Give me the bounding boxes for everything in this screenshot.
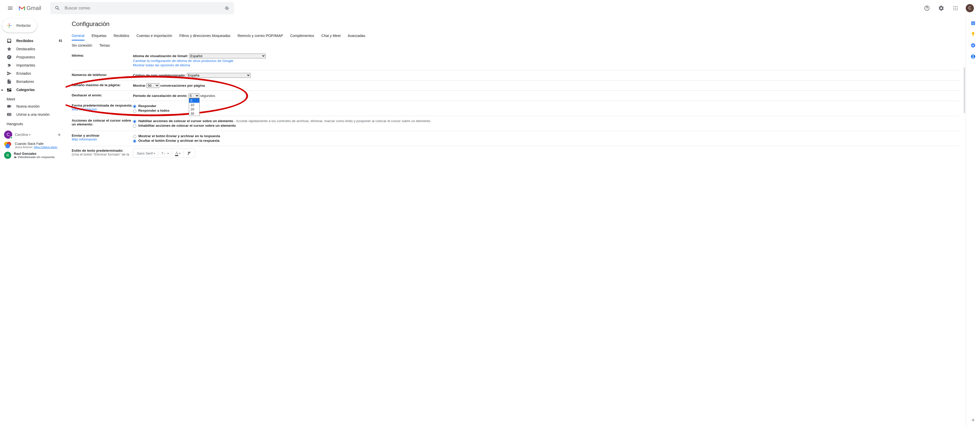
archive-option-show[interactable]: Mostrar el botón Enviar y archivar en la… — [133, 134, 959, 138]
page-size-select[interactable]: 50 — [146, 83, 159, 88]
hangouts-self-name: Carolina — [15, 133, 28, 137]
country-code-select[interactable]: España — [187, 73, 251, 78]
contacts-icon[interactable] — [970, 54, 976, 59]
hover-radio-disable[interactable] — [133, 124, 136, 128]
display-language-select[interactable]: Español — [189, 54, 266, 59]
draft-icon — [6, 79, 12, 84]
clear-format-button[interactable] — [185, 150, 193, 157]
tab[interactable]: Reenvío y correo POP/IMAP — [238, 32, 283, 41]
row-language-label: Idioma: — [72, 54, 133, 68]
subtab[interactable]: Sin conexión — [72, 43, 92, 48]
plus-multicolor-icon — [6, 22, 12, 29]
hangouts-section-header: Hangouts — [0, 119, 65, 127]
svg-point-25 — [972, 55, 974, 57]
nav-item-important[interactable]: Importantes — [0, 61, 65, 69]
tab[interactable]: General — [72, 32, 84, 41]
nav-item-inbox[interactable]: Recibidos61 — [0, 37, 65, 45]
presence-dot-icon — [10, 136, 13, 139]
svg-point-0 — [226, 6, 227, 8]
dropdown-option[interactable]: 30 — [189, 111, 199, 116]
reply-option-reply[interactable]: Responder — [133, 104, 959, 108]
chat-avatar-stack — [4, 142, 12, 147]
svg-point-6 — [957, 6, 958, 7]
hangouts-new-chat-button[interactable]: ＋ — [55, 130, 63, 139]
tab[interactable]: Recibidos — [114, 32, 129, 41]
nav-count: 61 — [59, 39, 62, 43]
row-undo-send-label: Deshacer el envío: — [72, 93, 133, 98]
svg-point-1 — [227, 9, 228, 10]
search-options-icon[interactable] — [222, 3, 232, 13]
undo-period-select[interactable]: 5 — [189, 93, 199, 98]
gmail-logo[interactable]: Gmail — [18, 5, 41, 11]
default-reply-more-link[interactable]: Más información — [72, 107, 97, 111]
compose-label: Redactar — [16, 24, 31, 27]
nav-item-send[interactable]: Enviados — [0, 69, 65, 78]
svg-point-4 — [953, 6, 954, 7]
svg-rect-13 — [9, 23, 10, 25]
font-size-button[interactable]: TT ▾ — [159, 150, 171, 156]
archive-radio-hide[interactable] — [133, 139, 136, 143]
search-input[interactable] — [62, 6, 222, 11]
row-phone: Números de teléfono: Código de país pred… — [72, 70, 959, 80]
nav-item-star[interactable]: Destacados — [0, 45, 65, 53]
calendar-icon[interactable]: 31 — [970, 21, 976, 25]
page-size-suffix: conversaciones por página — [160, 84, 205, 87]
nav-item-draft[interactable]: Borradores — [0, 78, 65, 86]
keep-icon[interactable] — [970, 32, 976, 37]
tab[interactable]: Etiquetas — [92, 32, 107, 41]
reply-option-reply-all[interactable]: Responder a todos — [133, 109, 959, 113]
row-send-archive: Enviar y archivar Más información Mostra… — [72, 131, 959, 146]
font-family-button[interactable]: Sans Serif ▾ — [135, 150, 157, 156]
nav-item-categories[interactable]: ▸Categorías — [0, 86, 65, 94]
search-icon[interactable] — [52, 3, 62, 13]
dropdown-option[interactable]: 10 — [189, 103, 199, 107]
hover-option-enable[interactable]: Habilitar acciones de colocar el cursor … — [133, 119, 959, 123]
settings-gear-icon[interactable] — [935, 2, 947, 14]
chat-title: Cuando Slack Falle — [15, 142, 63, 146]
hangouts-self-avatar: C — [4, 130, 12, 139]
nav-item-clock[interactable]: Pospuestos — [0, 53, 65, 61]
row-text-style-sub: (Usa el botón "Eliminar formato" de la — [72, 152, 129, 156]
compose-button[interactable]: Redactar — [2, 18, 37, 33]
help-icon[interactable] — [921, 2, 933, 14]
inbox-icon — [6, 38, 12, 43]
search-bar[interactable] — [50, 2, 234, 14]
hover-option-disable[interactable]: Inhabilitar acciones de colocar el curso… — [133, 124, 959, 128]
chat-row[interactable]: RRaul GonzalezVideollamada sin respuesta — [4, 150, 63, 160]
scrollbar[interactable] — [964, 67, 965, 113]
svg-text:T: T — [162, 151, 164, 155]
svg-point-3 — [927, 9, 927, 10]
show-all-language-link[interactable]: Mostrar todas las opciones de idioma — [133, 63, 959, 67]
undo-period-dropdown[interactable]: 5102030 — [189, 98, 200, 116]
main-menu-button[interactable] — [4, 2, 16, 14]
addons-plus-button[interactable]: ＋ — [970, 417, 976, 423]
tab[interactable]: Chat y Meet — [321, 32, 340, 41]
reply-radio-reply-all[interactable] — [133, 109, 136, 113]
meet-item-video[interactable]: Nueva reunión — [0, 102, 65, 110]
send-archive-more-link[interactable]: Más información — [72, 138, 97, 141]
chat-row[interactable]: Cuando Slack FalleJesús Antonio: https:/… — [4, 140, 63, 150]
svg-rect-22 — [972, 35, 974, 36]
reply-radio-reply[interactable] — [133, 105, 136, 108]
tab[interactable]: Avanzadas — [348, 32, 366, 41]
apps-grid-icon[interactable] — [950, 2, 962, 14]
account-avatar[interactable]: C — [964, 2, 976, 14]
tab[interactable]: Filtros y direcciones bloqueadas — [180, 32, 231, 41]
tasks-icon[interactable] — [970, 43, 976, 48]
archive-radio-show[interactable] — [133, 135, 136, 138]
svg-point-5 — [955, 6, 956, 7]
archive-option-hide[interactable]: Ocultar el botón Enviar y archivar en la… — [133, 139, 959, 143]
change-language-link[interactable]: Cambiar la configuración de idioma de ot… — [133, 59, 959, 63]
hangouts-self-row[interactable]: C Carolina ▾ ＋ — [4, 129, 63, 140]
meet-item-keyboard[interactable]: Unirse a una reunión — [0, 110, 65, 119]
hover-radio-enable[interactable] — [133, 120, 136, 123]
settings-subtabs: Sin conexiónTemas — [72, 41, 959, 51]
svg-point-8 — [955, 8, 956, 8]
dropdown-option[interactable]: 5 — [189, 98, 199, 103]
app-header: Gmail C — [0, 0, 980, 16]
dropdown-option[interactable]: 20 — [189, 107, 199, 111]
tab[interactable]: Complementos — [290, 32, 314, 41]
tab[interactable]: Cuentas e importación — [137, 32, 172, 41]
font-color-button[interactable]: A ▾ — [173, 150, 183, 157]
subtab[interactable]: Temas — [99, 43, 110, 48]
